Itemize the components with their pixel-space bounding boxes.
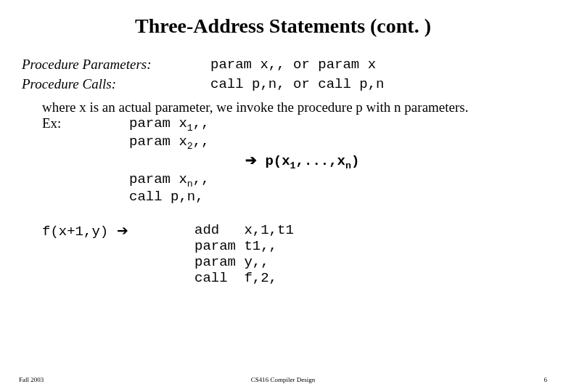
ex-row-arrow: ➔ p(x1,...,xn) bbox=[42, 152, 544, 171]
implies-line: ➔ p(x1,...,xn) bbox=[245, 152, 359, 171]
arrow-icon: ➔ bbox=[245, 152, 257, 168]
ex-row-2: param x2,, bbox=[42, 134, 544, 152]
fcall-block: f(x+1,y) ➔ add x,1,t1 param t1,, param y… bbox=[22, 222, 544, 286]
ex-code-4: call p,n, bbox=[129, 189, 204, 205]
fcall-r3: param y,, bbox=[194, 254, 294, 270]
ex-row-3: param xn,, bbox=[42, 171, 544, 189]
footer-right: 6 bbox=[544, 376, 548, 383]
param-code: param x,, or param x bbox=[210, 55, 376, 75]
footer: Fall 2003 CS416 Compiler Design 6 bbox=[0, 376, 566, 383]
slide-title: Three-Address Statements (cont. ) bbox=[22, 15, 544, 38]
ex-label: Ex: bbox=[42, 115, 129, 134]
fcall-right: add x,1,t1 param t1,, param y,, call f,2… bbox=[194, 222, 294, 286]
fcall-r1: add x,1,t1 bbox=[194, 222, 294, 238]
call-label: Procedure Calls: bbox=[22, 75, 210, 94]
def-row-calls: Procedure Calls: call p,n, or call p,n bbox=[22, 75, 544, 94]
body-block: where x is an actual parameter, we invok… bbox=[22, 99, 544, 205]
call-code: call p,n, or call p,n bbox=[210, 75, 384, 94]
param-label: Procedure Parameters: bbox=[22, 55, 210, 75]
ex-row-4: call p,n, bbox=[42, 189, 544, 205]
ex-row-1: Ex: param x1,, bbox=[42, 115, 544, 134]
def-row-params: Procedure Parameters: param x,, or param… bbox=[22, 55, 544, 75]
fcall-r4: call f,2, bbox=[194, 270, 294, 286]
footer-left: Fall 2003 bbox=[19, 376, 44, 383]
ex-code-3: param xn,, bbox=[129, 171, 210, 189]
fcall-left: f(x+1,y) ➔ bbox=[42, 222, 194, 286]
fcall-r2: param t1,, bbox=[194, 238, 294, 254]
arrow-icon: ➔ bbox=[117, 223, 128, 238]
ex-code-1: param x1,, bbox=[129, 115, 210, 134]
footer-center: CS416 Compiler Design bbox=[251, 376, 316, 383]
ex-code-2: param x2,, bbox=[129, 134, 210, 152]
where-text: where x is an actual parameter, we invok… bbox=[42, 99, 544, 115]
